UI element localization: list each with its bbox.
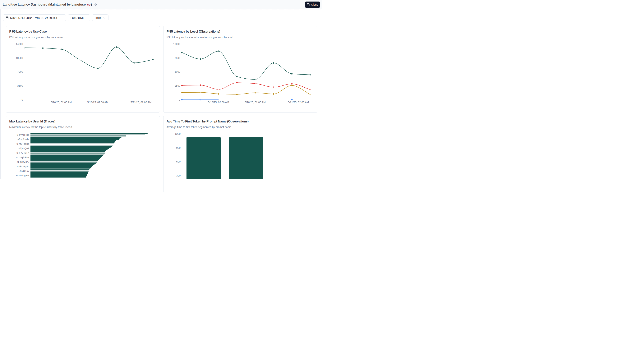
svg-text:10500: 10500 (16, 56, 23, 60)
svg-text:14000: 14000 (16, 42, 23, 46)
svg-text:5/16/25, 02:00 AM: 5/16/25, 02:00 AM (50, 101, 72, 104)
svg-text:5/16/25, 02:00 AM: 5/16/25, 02:00 AM (208, 101, 229, 104)
svg-text:10000: 10000 (173, 42, 180, 46)
svg-text:7000: 7000 (17, 70, 23, 73)
svg-text:0: 0 (179, 98, 180, 101)
svg-text:3500: 3500 (17, 84, 23, 87)
svg-text:5000: 5000 (174, 70, 180, 73)
svg-text:5/21/25, 02:00 AM: 5/21/25, 02:00 AM (288, 101, 309, 104)
svg-text:5/21/25, 02:00 AM: 5/21/25, 02:00 AM (130, 101, 152, 104)
svg-text:5/18/25, 02:00 AM: 5/18/25, 02:00 AM (244, 101, 266, 104)
svg-text:5/18/25, 02:00 AM: 5/18/25, 02:00 AM (87, 101, 108, 104)
svg-text:7500: 7500 (174, 56, 180, 60)
svg-text:0: 0 (22, 98, 23, 101)
svg-text:2500: 2500 (174, 84, 180, 87)
